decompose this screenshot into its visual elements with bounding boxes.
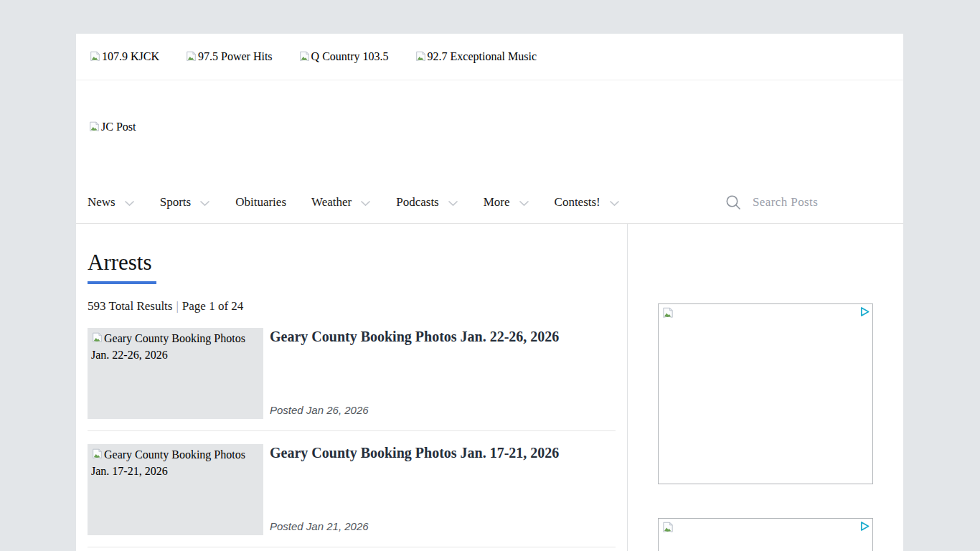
station-label: 97.5 Power Hits — [198, 50, 273, 63]
station-link-kjck[interactable]: 107.9 KJCK — [89, 50, 159, 63]
thumbnail-alt-text: Geary County Booking Photos Jan. 17-21, … — [91, 448, 245, 477]
nav-item-more[interactable]: More — [484, 195, 529, 209]
logo-alt-text: JC Post — [101, 121, 136, 133]
station-link-power-hits[interactable]: 97.5 Power Hits — [185, 50, 273, 63]
chevron-down-icon — [519, 200, 529, 207]
nav-label: Obituaries — [235, 195, 286, 209]
search-icon[interactable] — [725, 194, 743, 212]
post-thumbnail[interactable]: Geary County Booking Photos Jan. 22-26, … — [88, 328, 263, 419]
nav-label: Podcasts — [396, 195, 439, 209]
nav-label: Sports — [160, 195, 191, 209]
broken-image-icon — [661, 307, 674, 319]
broken-image-icon — [91, 332, 103, 344]
post-date: Posted Jan 21, 2026 — [270, 520, 616, 532]
station-label: 92.7 Exceptional Music — [428, 50, 537, 63]
nav-item-podcasts[interactable]: Podcasts — [396, 195, 458, 209]
results-line: 593 Total Results|Page 1 of 24 — [88, 299, 616, 314]
post-info: Geary County Booking Photos Jan. 22-26, … — [270, 328, 616, 419]
broken-image-icon — [88, 121, 100, 133]
post-row: Geary County Booking Photos Jan. 17-21, … — [88, 431, 616, 547]
chevron-down-icon — [448, 200, 458, 207]
post-title-link[interactable]: Geary County Booking Photos Jan. 17-21, … — [270, 445, 616, 461]
chevron-down-icon — [199, 200, 210, 207]
post-date: Posted Jan 26, 2026 — [270, 404, 616, 416]
post-row: Geary County Booking Photos Jan. 22-26, … — [88, 328, 616, 431]
sidebar — [628, 224, 903, 551]
chevron-down-icon — [124, 200, 135, 207]
broken-image-icon — [298, 51, 311, 62]
nav-item-news[interactable]: News — [88, 195, 135, 209]
post-thumbnail[interactable]: Geary County Booking Photos Jan. 17-21, … — [88, 444, 263, 535]
post-title-link[interactable]: Geary County Booking Photos Jan. 22-26, … — [270, 329, 616, 345]
nav-label: News — [88, 195, 116, 209]
page-card: 107.9 KJCK 97.5 Power Hits Q Country 103… — [76, 34, 903, 551]
ad-slot-2[interactable] — [658, 518, 873, 551]
thumbnail-alt-text: Geary County Booking Photos Jan. 22-26, … — [91, 332, 245, 361]
broken-image-icon — [185, 51, 197, 62]
broken-image-icon — [91, 448, 103, 460]
site-logo[interactable]: JC Post — [88, 121, 136, 133]
broken-image-icon — [661, 522, 674, 534]
content-row: Arrests 593 Total Results|Page 1 of 24 G… — [76, 224, 903, 551]
site-header: JC Post News Sports Obituaries Weather P… — [76, 80, 903, 224]
broken-image-icon — [89, 51, 101, 62]
nav-label: Contests! — [555, 195, 600, 209]
main-nav: News Sports Obituaries Weather Podcasts … — [76, 182, 903, 223]
station-label: 107.9 KJCK — [102, 50, 159, 63]
nav-item-contests[interactable]: Contests! — [555, 195, 620, 209]
results-separator: | — [172, 299, 182, 313]
station-link-exceptional-music[interactable]: 92.7 Exceptional Music — [415, 50, 537, 63]
search-input[interactable] — [753, 195, 890, 209]
nav-label: Weather — [311, 195, 352, 209]
page-title: Arrests — [88, 251, 616, 275]
nav-item-weather[interactable]: Weather — [311, 195, 371, 209]
post-list: Geary County Booking Photos Jan. 22-26, … — [88, 328, 616, 547]
station-label: Q Country 103.5 — [311, 50, 389, 63]
nav-item-sports[interactable]: Sports — [160, 195, 210, 209]
main-column: Arrests 593 Total Results|Page 1 of 24 G… — [76, 224, 628, 551]
nav-label: More — [484, 195, 510, 209]
nav-item-obituaries[interactable]: Obituaries — [235, 195, 286, 209]
post-info: Geary County Booking Photos Jan. 17-21, … — [270, 444, 616, 535]
adchoices-icon[interactable] — [859, 521, 870, 532]
broken-image-icon — [415, 51, 427, 62]
logo-row: JC Post — [88, 121, 903, 136]
results-count: 593 Total Results — [88, 299, 172, 313]
chevron-down-icon — [360, 200, 371, 207]
chevron-down-icon — [609, 200, 620, 207]
title-underline — [88, 281, 156, 284]
station-bar: 107.9 KJCK 97.5 Power Hits Q Country 103… — [76, 34, 903, 80]
search-group — [725, 194, 890, 212]
station-link-q-country[interactable]: Q Country 103.5 — [298, 50, 389, 63]
ad-slot-1[interactable] — [658, 303, 873, 484]
adchoices-icon[interactable] — [859, 306, 870, 317]
page-indicator: Page 1 of 24 — [182, 299, 243, 313]
